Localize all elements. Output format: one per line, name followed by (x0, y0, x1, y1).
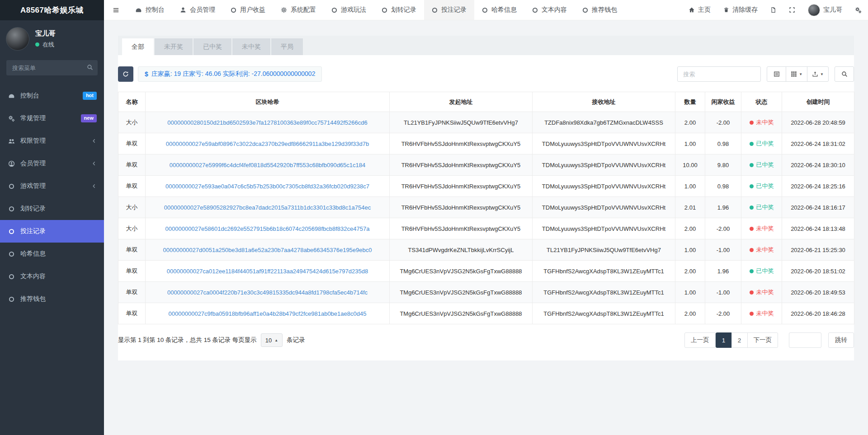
topnav-item-label: 会员管理 (190, 6, 215, 14)
next-page-button[interactable]: 下一页 (747, 332, 778, 348)
caret-down-icon: ▼ (799, 72, 802, 76)
sidebar-item-1[interactable]: 控制台hot (0, 84, 104, 107)
hash-link[interactable]: 00000000027c9fba05918bfb96aff1e0a4b28b47… (169, 310, 367, 317)
topnav-item-8[interactable]: 哈希信息 (474, 0, 524, 20)
topnav-item-label: 文本内容 (542, 6, 567, 14)
settings-button[interactable] (849, 0, 868, 20)
topnav-item-10[interactable]: 推荐钱包 (575, 0, 625, 20)
circle-icon (7, 274, 15, 280)
topnav-item-5[interactable]: 游戏玩法 (324, 0, 374, 20)
table-row: 单双00000000027c9fba05918bfb96aff1e0a4b28b… (118, 303, 854, 324)
table-search-input[interactable] (677, 66, 761, 82)
sidebar-toggle-button[interactable] (104, 0, 127, 20)
cell-hash: 00000000027e5999f6c4dcf4fef0818d5542920b… (146, 154, 390, 176)
sidebar-item-2[interactable]: 常规管理new (0, 107, 104, 130)
sidebar-item-label: 推荐钱包 (20, 295, 46, 303)
tab-4[interactable]: 未中奖 (232, 38, 270, 55)
home-button[interactable]: 主页 (682, 0, 717, 20)
circle-icon (7, 251, 15, 257)
sidebar-item-9[interactable]: 文本内容 (0, 265, 104, 288)
cell-name: 单双 (118, 261, 146, 282)
refresh-button[interactable] (118, 66, 133, 82)
topnav-item-3[interactable]: 用户收益 (223, 0, 273, 20)
sidebar-search-input[interactable] (6, 60, 98, 75)
sidebar-item-6[interactable]: 划转记录 (0, 197, 104, 220)
cell-profit: 9.80 (705, 154, 741, 176)
sidebar-item-8[interactable]: 哈希信息 (0, 243, 104, 265)
hash-link[interactable]: 00000000027e593ae0a047c6c5b57b253b00c730… (165, 183, 369, 190)
home-label: 主页 (698, 6, 711, 14)
sidebar-badge: new (81, 114, 97, 122)
tab-1[interactable]: 全部 (122, 38, 154, 55)
page-button-2[interactable]: 2 (731, 332, 748, 348)
cell-hash: 00000000027e593ae0a047c6c5b57b253b00c730… (146, 176, 390, 197)
jump-button[interactable]: 跳转 (828, 332, 854, 348)
tab-5[interactable]: 平局 (271, 38, 303, 55)
cell-amount: 1.00 (675, 282, 705, 303)
hash-link[interactable]: 00000000280150d21bd6502593e7fa1278100363… (167, 119, 367, 126)
sidebar-item-label: 常规管理 (20, 114, 46, 122)
topnav-item-label: 投注记录 (441, 6, 467, 14)
cell-to: TL21YB1FyJPNKSiiwJ5QUw9TfE6etvVHg7 (533, 239, 675, 261)
online-status-label: 在线 (42, 41, 54, 49)
topnav-item-6[interactable]: 划转记录 (374, 0, 424, 20)
cell-name: 大小 (118, 197, 146, 218)
hash-link[interactable]: 00000000027e59abf08967c3022dca2370b29edf… (166, 140, 369, 147)
fullscreen-button[interactable] (783, 0, 802, 20)
detail-view-button[interactable] (767, 66, 786, 82)
sidebar-user-name: 宝儿哥 (35, 29, 56, 38)
cell-from: TR6HVFbHv5SJdoHnmKtRexsvptwgCKXuY5 (390, 154, 533, 176)
column-header-1: 名称 (118, 92, 146, 112)
columns-button[interactable]: ▼ (786, 66, 807, 82)
sidebar-item-4[interactable]: 会员管理 (0, 152, 104, 175)
tab-2[interactable]: 未开奖 (155, 38, 193, 55)
search-icon (841, 71, 848, 77)
hash-link[interactable]: 00000000027e5999f6c4dcf4fef0818d5542920b… (170, 162, 366, 168)
cell-name: 单双 (118, 154, 146, 176)
cell-profit: 1.96 (705, 261, 741, 282)
export-button[interactable]: ▼ (807, 66, 829, 82)
sidebar-item-label: 文本内容 (20, 272, 46, 281)
topnav-item-4[interactable]: 系统配置 (273, 0, 324, 20)
page-size-select[interactable]: 10 ▲ (261, 333, 283, 347)
cell-profit: -2.00 (705, 218, 741, 239)
page-button-1[interactable]: 1 (716, 332, 732, 348)
prev-page-button[interactable]: 上一页 (684, 332, 716, 348)
jump-page-input[interactable] (789, 332, 821, 348)
cell-hash: 00000000027c9fba05918bfb96aff1e0a4b28b47… (146, 303, 390, 324)
fullscreen-icon (789, 7, 795, 13)
log-file-button[interactable] (764, 0, 783, 20)
page-size-value: 10 (265, 337, 272, 344)
topnav-item-2[interactable]: 会员管理 (172, 0, 223, 20)
topnav-item-label: 推荐钱包 (592, 6, 617, 14)
hash-link[interactable]: 00000000027ca0004f220b71e30c3c49815335dc… (167, 289, 368, 296)
dollar-icon: $ (145, 70, 148, 78)
caret-down-icon: ▼ (820, 72, 824, 76)
sidebar-item-10[interactable]: 推荐钱包 (0, 288, 104, 310)
topnav-item-7[interactable]: 投注记录 (424, 0, 474, 20)
sidebar-item-label: 权限管理 (20, 137, 46, 145)
sidebar-item-7[interactable]: 投注记录 (0, 220, 104, 243)
cell-name: 单双 (118, 176, 146, 197)
sidebar-item-3[interactable]: 权限管理 (0, 130, 104, 152)
cell-status: 已中奖 (741, 176, 782, 197)
tab-3[interactable]: 已中奖 (193, 38, 231, 55)
user-icon (180, 7, 186, 13)
topnav-item-1[interactable]: 控制台 (127, 0, 172, 20)
clear-cache-button[interactable]: 清除缓存 (717, 0, 764, 20)
avatar (808, 4, 820, 16)
hash-link[interactable]: 00000000027e58905282927bc8ea7dadc2015a73… (164, 204, 371, 211)
hash-link[interactable]: 00000000027d0051a250be3d81a6e52a230b7aa4… (163, 247, 372, 253)
sidebar-item-label: 投注记录 (20, 227, 46, 235)
hash-link[interactable]: 00000000027e58601dc2692e5527915b6b18c607… (165, 225, 370, 232)
trash-icon (723, 7, 729, 13)
sidebar-item-5[interactable]: 游戏管理 (0, 175, 104, 197)
user-name: 宝儿哥 (823, 6, 842, 14)
user-menu-button[interactable]: 宝儿哥 (802, 0, 849, 20)
hash-link[interactable]: 00000000027ca012ee1184f44051af91ff22113a… (167, 268, 368, 275)
sidebar-item-label: 哈希信息 (20, 250, 46, 258)
export-icon (812, 71, 818, 77)
gear-icon (281, 7, 287, 13)
search-submit-button[interactable] (835, 66, 854, 82)
topnav-item-9[interactable]: 文本内容 (524, 0, 575, 20)
